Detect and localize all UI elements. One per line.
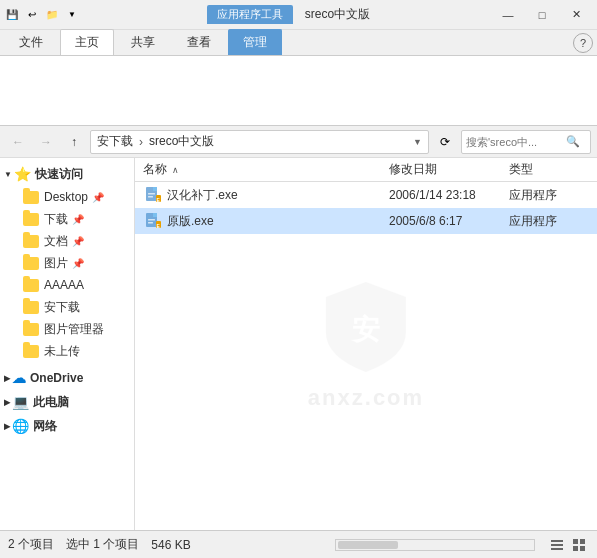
exe-icon-1: E: [144, 212, 162, 230]
onedrive-label: OneDrive: [30, 371, 83, 385]
tab-share[interactable]: 共享: [116, 29, 170, 55]
ribbon-tabs: 文件 主页 共享 查看 管理 ?: [0, 30, 597, 56]
svg-marker-10: [153, 213, 157, 217]
tab-file[interactable]: 文件: [4, 29, 58, 55]
path-separator-1: ›: [139, 135, 143, 149]
title-bar: 💾 ↩ 📁 ▼ 应用程序工具 sreco中文版 — □ ✕: [0, 0, 597, 30]
svg-rect-15: [551, 540, 563, 542]
download-folder-icon: [22, 210, 40, 228]
pin-icon-docs: 📌: [72, 236, 84, 247]
quick-access-items: Desktop 📌 下载 📌 文档 📌 图片 📌 AAAAA: [0, 186, 134, 362]
undo-icon: ↩: [24, 7, 40, 23]
status-bar: 2 个项目 选中 1 个项目 546 KB: [0, 530, 597, 558]
close-button[interactable]: ✕: [559, 0, 593, 30]
file-date-1: 2005/6/8 6:17: [389, 214, 509, 228]
file-name-1: 原版.exe: [167, 213, 389, 230]
sidebar: ▼ ⭐ 快速访问 Desktop 📌 下载 📌 文档 📌 图片: [0, 158, 135, 530]
thispc-label: 此电脑: [33, 394, 69, 411]
tiles-view-icon: [572, 538, 586, 552]
sidebar-item-notupload[interactable]: 未上传: [14, 340, 134, 362]
svg-rect-5: [148, 196, 153, 198]
tab-manage[interactable]: 管理: [228, 29, 282, 55]
col-header-name[interactable]: 名称 ∧: [143, 161, 389, 178]
pin-icon-desktop: 📌: [92, 192, 104, 203]
view-tiles-button[interactable]: [569, 535, 589, 555]
status-items: 2 个项目: [8, 536, 54, 553]
search-input[interactable]: [466, 136, 566, 148]
back-button[interactable]: ←: [6, 130, 30, 154]
thispc-icon: 💻: [12, 394, 29, 410]
tab-view[interactable]: 查看: [172, 29, 226, 55]
quick-access-label: 快速访问: [35, 166, 83, 183]
sidebar-group-onedrive[interactable]: ▶ ☁ OneDrive: [0, 366, 134, 390]
svg-rect-18: [573, 539, 578, 544]
svg-marker-3: [153, 187, 157, 191]
window-controls: — □ ✕: [491, 0, 593, 30]
thispc-arrow: ▶: [4, 398, 10, 407]
forward-button[interactable]: →: [34, 130, 58, 154]
help-button[interactable]: ?: [573, 33, 593, 53]
refresh-button[interactable]: ⟳: [433, 130, 457, 154]
col-header-date[interactable]: 修改日期: [389, 161, 509, 178]
file-icon-0: E: [143, 185, 163, 205]
sidebar-item-notupload-label: 未上传: [44, 343, 80, 360]
tab-home[interactable]: 主页: [60, 29, 114, 55]
sidebar-item-documents[interactable]: 文档 📌: [14, 230, 134, 252]
file-type-1: 应用程序: [509, 213, 589, 230]
svg-rect-12: [148, 222, 153, 224]
sidebar-item-documents-label: 文档: [44, 233, 68, 250]
sidebar-item-desktop[interactable]: Desktop 📌: [14, 186, 134, 208]
maximize-button[interactable]: □: [525, 0, 559, 30]
horizontal-scrollbar[interactable]: [335, 539, 535, 551]
sidebar-item-aaaaa-label: AAAAA: [44, 278, 84, 292]
pin-icon-download: 📌: [72, 214, 84, 225]
up-button[interactable]: ↑: [62, 130, 86, 154]
exe-icon-0: E: [144, 186, 162, 204]
pictures-folder-icon: [22, 254, 40, 272]
sidebar-item-pictures-label: 图片: [44, 255, 68, 272]
scrollbar-thumb: [338, 541, 398, 549]
svg-rect-11: [148, 219, 155, 221]
path-root: 安下载: [97, 133, 133, 150]
sidebar-item-aaaaa[interactable]: AAAAA: [14, 274, 134, 296]
documents-folder-icon: [22, 232, 40, 250]
title-bar-window-icons: 💾 ↩ 📁 ▼: [4, 7, 80, 23]
sidebar-item-pictures[interactable]: 图片 📌: [14, 252, 134, 274]
file-row-1[interactable]: E 原版.exe 2005/6/8 6:17 应用程序: [135, 208, 597, 234]
path-current: sreco中文版: [149, 133, 214, 150]
sidebar-item-anxiazai-label: 安下载: [44, 299, 80, 316]
file-date-0: 2006/1/14 23:18: [389, 188, 509, 202]
status-size: 546 KB: [151, 538, 190, 552]
minimize-button[interactable]: —: [491, 0, 525, 30]
sidebar-item-anxiazai[interactable]: 安下载: [14, 296, 134, 318]
view-details-button[interactable]: [547, 535, 567, 555]
imgmanager-folder-icon: [22, 320, 40, 338]
sidebar-item-download-label: 下载: [44, 211, 68, 228]
svg-rect-4: [148, 193, 155, 195]
sidebar-item-download[interactable]: 下载 📌: [14, 208, 134, 230]
file-name-0: 汉化补丁.exe: [167, 187, 389, 204]
sidebar-group-network[interactable]: ▶ 🌐 网络: [0, 414, 134, 438]
svg-rect-21: [580, 546, 585, 551]
file-list-header: 名称 ∧ 修改日期 类型: [135, 158, 597, 182]
col-header-type[interactable]: 类型: [509, 161, 589, 178]
ribbon-toolbar: [0, 56, 597, 126]
onedrive-icon: ☁: [12, 370, 26, 386]
watermark: 安 anxz.com: [308, 277, 424, 411]
app-tools-label: 应用程序工具: [207, 5, 293, 24]
sidebar-group-quick-access[interactable]: ▼ ⭐ 快速访问: [0, 162, 134, 186]
sidebar-group-thispc[interactable]: ▶ 💻 此电脑: [0, 390, 134, 414]
main-area: ▼ ⭐ 快速访问 Desktop 📌 下载 📌 文档 📌 图片: [0, 158, 597, 530]
file-row-0[interactable]: E 汉化补丁.exe 2006/1/14 23:18 应用程序: [135, 182, 597, 208]
svg-rect-16: [551, 544, 563, 546]
svg-rect-20: [573, 546, 578, 551]
sidebar-item-imgmanager[interactable]: 图片管理器: [14, 318, 134, 340]
watermark-shield-icon: 安: [316, 277, 416, 377]
address-bar[interactable]: 安下载 › sreco中文版 ▼: [90, 130, 429, 154]
sidebar-item-imgmanager-label: 图片管理器: [44, 321, 104, 338]
desktop-folder-icon: [22, 188, 40, 206]
watermark-text: anxz.com: [308, 385, 424, 411]
network-arrow: ▶: [4, 422, 10, 431]
details-view-icon: [550, 538, 564, 552]
search-box[interactable]: 🔍: [461, 130, 591, 154]
